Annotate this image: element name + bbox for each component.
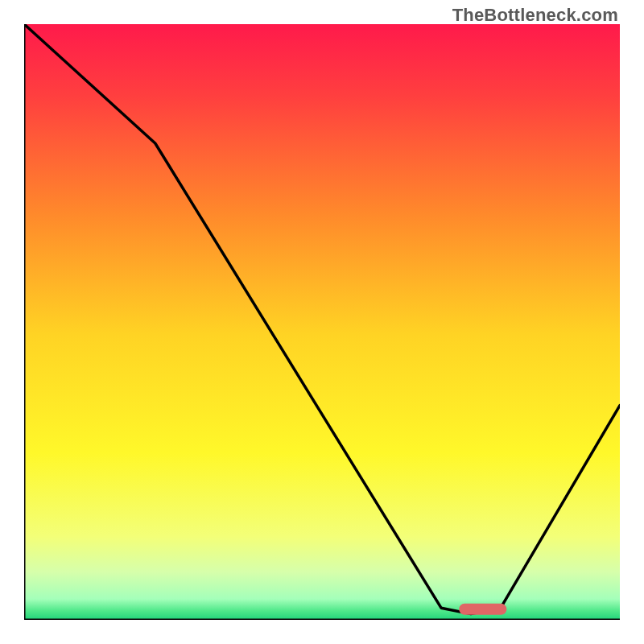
bottleneck-curve (24, 24, 620, 620)
optimum-marker (459, 604, 506, 615)
chart-area (24, 24, 620, 620)
watermark-text: TheBottleneck.com (452, 5, 618, 26)
